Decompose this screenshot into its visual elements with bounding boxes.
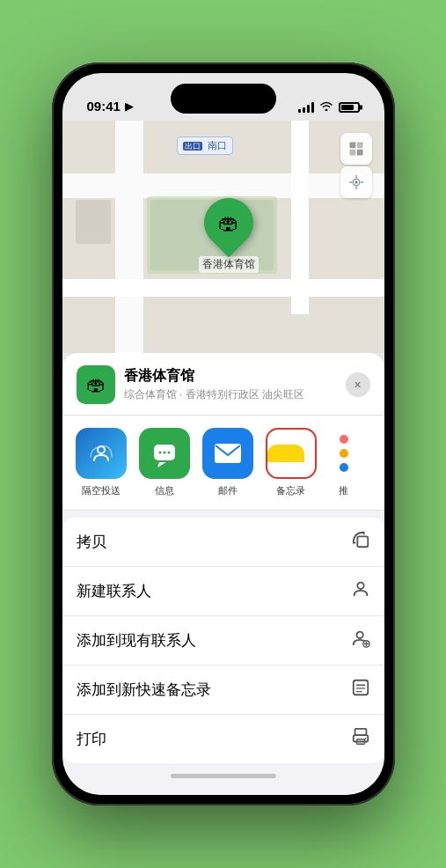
- phone-frame: 09:41 ▶: [52, 63, 395, 805]
- more-label: 推: [339, 484, 348, 497]
- bottom-sheet: 🏟 香港体育馆 综合体育馆 · 香港特别行政区 油尖旺区 ×: [62, 353, 384, 795]
- battery-icon: [339, 102, 360, 113]
- share-item-mail[interactable]: 邮件: [200, 428, 256, 497]
- share-item-messages[interactable]: 信息: [136, 428, 193, 497]
- pin-icon: 🏟: [218, 210, 239, 235]
- pin-circle: 🏟: [194, 188, 263, 257]
- add-contact-icon: [351, 629, 370, 652]
- signal-bar-2: [303, 107, 305, 113]
- share-item-notes[interactable]: 备忘录: [263, 428, 319, 497]
- home-bar: [171, 774, 276, 778]
- map-area[interactable]: 出口 南口: [62, 121, 384, 353]
- quick-note-label: 添加到新快速备忘录: [77, 680, 211, 700]
- svg-rect-1: [356, 143, 362, 149]
- battery-fill: [341, 105, 354, 110]
- action-item-new-contact[interactable]: 新建联系人: [62, 567, 384, 616]
- pin-label: 香港体育馆: [199, 256, 259, 273]
- signal-bar-1: [298, 109, 301, 113]
- location-button[interactable]: [340, 166, 372, 198]
- new-contact-icon: [351, 579, 370, 603]
- map-label-text: 南口: [208, 140, 227, 151]
- messages-label: 信息: [155, 484, 174, 497]
- svg-point-14: [357, 583, 363, 589]
- new-contact-label: 新建联系人: [77, 581, 151, 601]
- location-card: 🏟 香港体育馆 综合体育馆 · 香港特别行政区 油尖旺区 ×: [62, 353, 384, 416]
- svg-rect-3: [356, 150, 362, 156]
- notes-icon: [266, 428, 317, 479]
- action-list: 拷贝 新建联系人: [62, 518, 384, 763]
- location-arrow-icon: ▶: [125, 100, 133, 113]
- map-south-entrance-label: 出口 南口: [177, 136, 233, 155]
- svg-rect-12: [215, 444, 241, 463]
- svg-point-21: [364, 738, 366, 739]
- notes-label: 备忘录: [276, 484, 305, 497]
- phone-screen: 09:41 ▶: [62, 73, 384, 795]
- mail-icon: [202, 428, 253, 479]
- svg-rect-17: [353, 680, 368, 695]
- airdrop-icon: [76, 428, 127, 479]
- add-contact-label: 添加到现有联系人: [77, 630, 196, 651]
- airdrop-label: 隔空投送: [82, 484, 121, 497]
- svg-point-15: [356, 632, 362, 638]
- map-background: 出口 南口: [62, 121, 384, 353]
- more-icon: [331, 428, 357, 479]
- svg-point-5: [355, 181, 357, 184]
- share-item-more[interactable]: 推: [326, 428, 362, 497]
- location-subtitle: 综合体育馆 · 香港特别行政区 油尖旺区: [124, 387, 337, 402]
- svg-point-8: [158, 452, 161, 454]
- svg-rect-0: [349, 143, 355, 149]
- status-time: 09:41 ▶: [87, 99, 133, 114]
- action-item-quick-note[interactable]: 添加到新快速备忘录: [62, 666, 384, 715]
- location-pin: 🏟 香港体育馆: [199, 198, 259, 273]
- messages-icon: [139, 428, 190, 479]
- location-info: 香港体育馆 综合体育馆 · 香港特别行政区 油尖旺区: [124, 367, 337, 402]
- svg-rect-2: [349, 150, 355, 156]
- print-label: 打印: [77, 729, 106, 749]
- map-type-button[interactable]: [340, 133, 372, 165]
- time-label: 09:41: [87, 99, 121, 114]
- svg-point-9: [163, 452, 165, 454]
- svg-rect-18: [355, 729, 366, 735]
- dynamic-island: [171, 84, 276, 114]
- action-item-copy[interactable]: 拷贝: [62, 518, 384, 567]
- location-name: 香港体育馆: [124, 367, 337, 386]
- action-item-add-contact[interactable]: 添加到现有联系人: [62, 616, 384, 666]
- location-card-icon: 🏟: [77, 365, 115, 404]
- share-item-airdrop[interactable]: 隔空投送: [73, 428, 129, 497]
- action-item-print[interactable]: 打印: [62, 715, 384, 763]
- signal-bar-4: [311, 102, 314, 113]
- signal-bars: [298, 102, 314, 113]
- wifi-icon: [319, 100, 333, 114]
- svg-point-10: [167, 452, 170, 454]
- share-row: 隔空投送 信息: [62, 416, 384, 511]
- signal-bar-3: [307, 105, 310, 113]
- map-controls: [340, 133, 372, 198]
- quick-note-icon: [351, 678, 370, 702]
- mail-label: 邮件: [218, 484, 238, 497]
- close-button[interactable]: ×: [346, 372, 370, 397]
- svg-rect-13: [357, 536, 368, 547]
- status-icons: [298, 100, 360, 114]
- home-indicator: [62, 763, 384, 788]
- print-icon: [351, 727, 370, 751]
- copy-icon: [351, 530, 370, 554]
- copy-label: 拷贝: [77, 532, 106, 552]
